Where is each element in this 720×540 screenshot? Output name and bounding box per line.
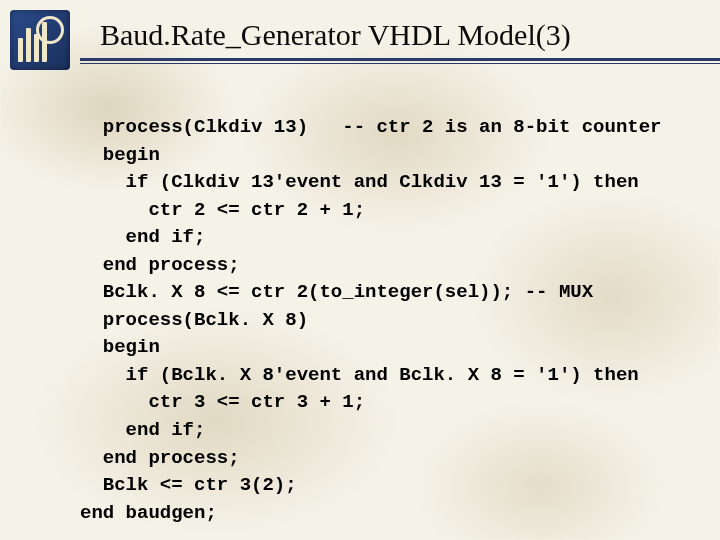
bars-icon xyxy=(18,22,47,62)
title-underline xyxy=(0,58,720,64)
slide-title: Baud.Rate_Generator VHDL Model(3) xyxy=(100,18,571,52)
vhdl-code-block: process(Clkdiv 13) -- ctr 2 is an 8-bit … xyxy=(80,114,680,527)
